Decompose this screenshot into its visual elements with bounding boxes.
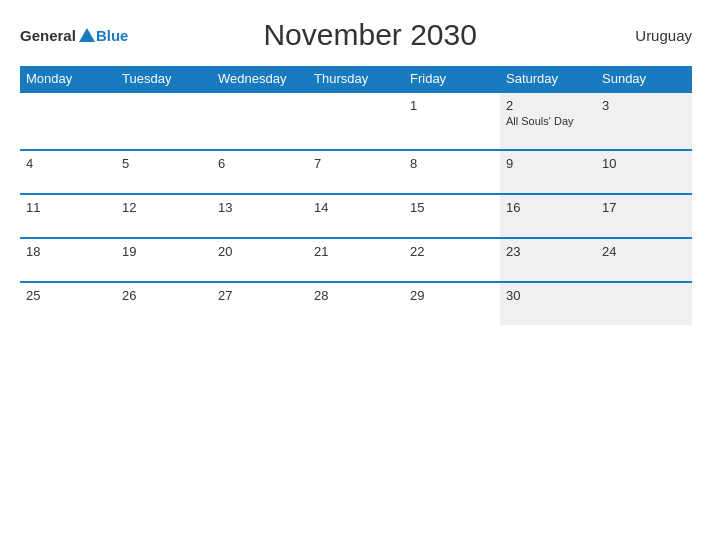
calendar-cell: 2All Souls' Day bbox=[500, 92, 596, 150]
day-number: 12 bbox=[122, 200, 206, 215]
calendar-cell: 16 bbox=[500, 194, 596, 238]
calendar-week-row: 12All Souls' Day3 bbox=[20, 92, 692, 150]
calendar-cell: 28 bbox=[308, 282, 404, 325]
calendar-cell: 26 bbox=[116, 282, 212, 325]
weekday-header: Tuesday bbox=[116, 66, 212, 92]
month-title: November 2030 bbox=[128, 18, 612, 52]
weekday-header: Wednesday bbox=[212, 66, 308, 92]
calendar-cell bbox=[308, 92, 404, 150]
calendar-cell: 18 bbox=[20, 238, 116, 282]
weekday-header: Thursday bbox=[308, 66, 404, 92]
calendar-header: MondayTuesdayWednesdayThursdayFridaySatu… bbox=[20, 66, 692, 92]
svg-marker-0 bbox=[79, 28, 95, 42]
day-number: 3 bbox=[602, 98, 686, 113]
weekday-header: Saturday bbox=[500, 66, 596, 92]
day-number: 11 bbox=[26, 200, 110, 215]
calendar-cell: 21 bbox=[308, 238, 404, 282]
calendar-cell: 8 bbox=[404, 150, 500, 194]
calendar-cell: 30 bbox=[500, 282, 596, 325]
calendar-cell: 7 bbox=[308, 150, 404, 194]
calendar-cell: 12 bbox=[116, 194, 212, 238]
weekday-header: Monday bbox=[20, 66, 116, 92]
calendar-cell: 10 bbox=[596, 150, 692, 194]
day-number: 24 bbox=[602, 244, 686, 259]
calendar-cell bbox=[212, 92, 308, 150]
logo-blue: Blue bbox=[96, 27, 129, 44]
day-number: 5 bbox=[122, 156, 206, 171]
day-number: 25 bbox=[26, 288, 110, 303]
day-number: 29 bbox=[410, 288, 494, 303]
day-number: 20 bbox=[218, 244, 302, 259]
calendar-cell: 14 bbox=[308, 194, 404, 238]
day-number: 27 bbox=[218, 288, 302, 303]
day-number: 10 bbox=[602, 156, 686, 171]
day-number: 21 bbox=[314, 244, 398, 259]
logo-general: General bbox=[20, 27, 76, 44]
calendar-cell: 17 bbox=[596, 194, 692, 238]
day-number: 7 bbox=[314, 156, 398, 171]
logo-icon bbox=[78, 26, 96, 44]
calendar-cell: 9 bbox=[500, 150, 596, 194]
day-number: 30 bbox=[506, 288, 590, 303]
day-number: 14 bbox=[314, 200, 398, 215]
calendar-cell: 3 bbox=[596, 92, 692, 150]
day-number: 13 bbox=[218, 200, 302, 215]
day-number: 16 bbox=[506, 200, 590, 215]
calendar-cell: 1 bbox=[404, 92, 500, 150]
calendar-cell: 11 bbox=[20, 194, 116, 238]
calendar-week-row: 18192021222324 bbox=[20, 238, 692, 282]
calendar-cell: 6 bbox=[212, 150, 308, 194]
calendar-week-row: 45678910 bbox=[20, 150, 692, 194]
calendar-cell: 13 bbox=[212, 194, 308, 238]
day-number: 19 bbox=[122, 244, 206, 259]
calendar-cell: 27 bbox=[212, 282, 308, 325]
page: General Blue November 2030 Uruguay Monda… bbox=[0, 0, 712, 550]
logo: General Blue bbox=[20, 26, 128, 44]
calendar: MondayTuesdayWednesdayThursdayFridaySatu… bbox=[20, 66, 692, 325]
day-number: 18 bbox=[26, 244, 110, 259]
day-number: 15 bbox=[410, 200, 494, 215]
weekday-header: Friday bbox=[404, 66, 500, 92]
day-number: 4 bbox=[26, 156, 110, 171]
day-number: 9 bbox=[506, 156, 590, 171]
calendar-cell: 20 bbox=[212, 238, 308, 282]
day-number: 17 bbox=[602, 200, 686, 215]
calendar-cell: 24 bbox=[596, 238, 692, 282]
header: General Blue November 2030 Uruguay bbox=[20, 18, 692, 52]
calendar-week-row: 252627282930 bbox=[20, 282, 692, 325]
day-number: 23 bbox=[506, 244, 590, 259]
calendar-body: 12All Souls' Day345678910111213141516171… bbox=[20, 92, 692, 325]
day-number: 6 bbox=[218, 156, 302, 171]
day-number: 8 bbox=[410, 156, 494, 171]
day-number: 22 bbox=[410, 244, 494, 259]
holiday-name: All Souls' Day bbox=[506, 115, 590, 127]
calendar-cell: 15 bbox=[404, 194, 500, 238]
calendar-cell bbox=[116, 92, 212, 150]
day-number: 2 bbox=[506, 98, 590, 113]
calendar-cell: 23 bbox=[500, 238, 596, 282]
weekday-row: MondayTuesdayWednesdayThursdayFridaySatu… bbox=[20, 66, 692, 92]
day-number: 28 bbox=[314, 288, 398, 303]
calendar-cell: 4 bbox=[20, 150, 116, 194]
calendar-cell: 22 bbox=[404, 238, 500, 282]
country: Uruguay bbox=[612, 27, 692, 44]
weekday-header: Sunday bbox=[596, 66, 692, 92]
calendar-cell bbox=[20, 92, 116, 150]
calendar-cell: 25 bbox=[20, 282, 116, 325]
day-number: 1 bbox=[410, 98, 494, 113]
calendar-cell: 29 bbox=[404, 282, 500, 325]
calendar-cell bbox=[596, 282, 692, 325]
calendar-cell: 5 bbox=[116, 150, 212, 194]
day-number: 26 bbox=[122, 288, 206, 303]
calendar-week-row: 11121314151617 bbox=[20, 194, 692, 238]
calendar-cell: 19 bbox=[116, 238, 212, 282]
